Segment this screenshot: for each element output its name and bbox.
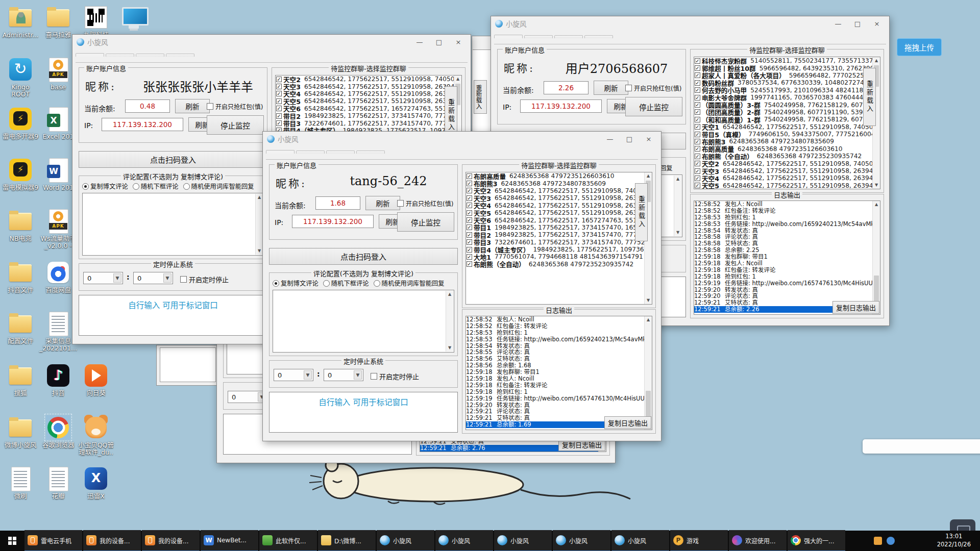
taskbar-item[interactable]: 小旋风 xyxy=(494,530,552,551)
checkbox-checked-icon[interactable] xyxy=(695,117,700,122)
group-chat-row[interactable]: 带目5（真模） 7749606150, 5943375007, 77752160… xyxy=(694,131,880,138)
checkbox-checked-icon[interactable] xyxy=(467,254,472,260)
group-chat-row[interactable]: 布朗熊（全自动） 6248365368 4797235230935742 xyxy=(466,261,652,268)
group-chat-row[interactable]: （和和高质量）1-群 7540249958, 7762158129, 60771… xyxy=(694,116,880,123)
refresh-balance-button[interactable]: 刷新 xyxy=(365,196,400,210)
taskbar-item[interactable]: 我的设备... xyxy=(83,530,141,551)
checkbox-checked-icon[interactable] xyxy=(695,168,700,174)
log-line[interactable]: 12:58:52 发包人: Ncoill xyxy=(694,201,880,208)
stop-monitor-button[interactable]: 停止监控 xyxy=(625,97,682,116)
checkbox-icon[interactable] xyxy=(371,373,377,380)
group-chat-list[interactable]: 科技怪杰宠粉群 5140552811, 7550234177, 73557133… xyxy=(694,57,880,189)
maximize-button[interactable]: □ xyxy=(621,135,638,143)
desktop-icon-image[interactable] xyxy=(8,260,33,285)
tab[interactable] xyxy=(266,150,295,154)
desktop-icon-image[interactable] xyxy=(46,209,70,233)
log-line[interactable]: 12:59:18 发包人: Ncoill xyxy=(694,260,880,267)
start-button[interactable] xyxy=(0,531,24,551)
group-chat-row[interactable]: 天空6 6542846542, 1775622517, 1657274763, … xyxy=(466,216,652,223)
scroll-up-icon[interactable]: ▲ xyxy=(674,176,681,183)
taskbar-item[interactable]: 小旋风 xyxy=(611,530,669,551)
log-scrollbar[interactable]: ▲ ▼ xyxy=(644,316,652,430)
group-chat-row[interactable]: 布朗高质量 6248365368 4797235126603610 xyxy=(466,172,652,180)
log-line[interactable]: 12:58:53 任务链接: http://weibo.com/16592402… xyxy=(466,336,652,343)
desktop-icon-image[interactable] xyxy=(46,57,70,82)
log-line[interactable]: 12:59:19 任务链接: http://weibo.com/16574761… xyxy=(694,280,880,287)
desktop-icon-image[interactable] xyxy=(84,363,108,388)
log-line[interactable]: 12:58:54 转发状态: 真 xyxy=(694,228,880,234)
log-line[interactable]: 12:58:53 抢到红包: 1 xyxy=(466,330,652,336)
window-titlebar[interactable]: 小旋风 — □ × xyxy=(491,16,889,31)
desktop-icon-image[interactable] xyxy=(46,107,70,131)
tab[interactable] xyxy=(296,151,325,154)
balance-field[interactable]: 1.68 xyxy=(315,196,360,210)
group-chat-row[interactable]: 超家人丨真爱粉（各大项目） 5966596482, 7770252553, 64… xyxy=(694,72,880,79)
taskbar-item[interactable]: 强大的一... xyxy=(788,530,845,551)
desktop-icon-image[interactable] xyxy=(8,57,33,82)
desktop-icon-image[interactable] xyxy=(121,5,146,30)
log-line[interactable]: 12:58:56 总余额: 1.68 xyxy=(466,362,652,369)
taskbar-item[interactable]: 欢迎使用... xyxy=(729,530,787,551)
taskbar-item[interactable]: 游戏 xyxy=(670,530,728,551)
desktop-icon-image[interactable] xyxy=(46,363,70,388)
desktop-icon-image[interactable] xyxy=(46,466,70,491)
radio-icon[interactable] xyxy=(133,183,139,190)
only-red-packet-checkbox[interactable]: 开启只抢红包(慎) xyxy=(207,102,263,111)
desktop-icon[interactable]: 小宝贝QQ管 理软件_du.. xyxy=(73,415,119,457)
log-line[interactable]: 12:59:18 红包备注: 转发评论 xyxy=(694,267,880,273)
scroll-up-icon[interactable]: ▲ xyxy=(454,76,461,83)
log-line[interactable]: 12:59:18 发包人: Ncoill xyxy=(466,375,652,382)
group-chat-row[interactable]: 天空3 6542846542, 1775622517, 5512910958, … xyxy=(276,83,461,90)
log-line[interactable]: 12:58:53 任务链接: http://weibo.com/16592402… xyxy=(694,221,880,228)
checkbox-checked-icon[interactable] xyxy=(467,181,472,186)
window-mark-panel[interactable]: 自行输入 可用于标记窗口 xyxy=(79,295,267,336)
log-line[interactable]: 12:59:18 发包群聊: 带目1 xyxy=(694,254,880,260)
minimize-button[interactable]: — xyxy=(411,38,428,46)
checkbox-checked-icon[interactable] xyxy=(695,139,700,144)
group-chat-row[interactable]: 天空3 6542846542, 1775622517, 5512910958, … xyxy=(694,167,880,174)
group-chat-row[interactable]: 天空5 6542846542, 1775622517, 5512910958, … xyxy=(694,182,880,189)
log-line[interactable]: 12:59:20 转发状态: 真 xyxy=(466,402,652,409)
taskbar-item[interactable]: 小旋风 xyxy=(377,530,434,551)
desktop-icon-image[interactable] xyxy=(46,158,70,182)
checkbox-checked-icon[interactable] xyxy=(467,247,472,253)
scroll-down-icon[interactable]: ▼ xyxy=(674,229,681,236)
radio-icon[interactable] xyxy=(323,280,330,287)
stop-monitor-button[interactable]: 停止监控 xyxy=(207,115,264,135)
copy-log-button[interactable]: 复制日志输出 xyxy=(604,416,651,429)
tab[interactable] xyxy=(356,151,385,154)
group-chat-row[interactable]: 天空2 6542846542, 1775622517, 5512910958, … xyxy=(694,160,880,167)
group-chat-row[interactable]: 天空2 6542846542, 1775622517, 5512910958, … xyxy=(466,187,652,194)
desktop-icon-image[interactable] xyxy=(8,466,33,491)
desktop-icon[interactable]: 向日葵 xyxy=(73,363,119,397)
checkbox-checked-icon[interactable] xyxy=(695,183,700,188)
group-chat-row[interactable]: 天空4 6542846542, 1775622517, 5512910958, … xyxy=(466,202,652,209)
checkbox-checked-icon[interactable] xyxy=(695,72,700,78)
checkbox-checked-icon[interactable] xyxy=(276,84,282,89)
scroll-up-icon[interactable]: ▲ xyxy=(446,291,453,298)
tab[interactable] xyxy=(136,54,164,57)
group-chat-row[interactable]: 带目2 1984923825, 1775622517, 3734157470, … xyxy=(466,231,652,238)
enable-timer-checkbox[interactable]: 开启定时停止 xyxy=(180,274,229,284)
checkbox-checked-icon[interactable] xyxy=(695,124,700,130)
radio-icon[interactable] xyxy=(374,280,380,287)
group-chat-row[interactable]: 天空6 6542846542, 1775622517, 1657274763, … xyxy=(276,105,461,112)
group-chat-row[interactable]: （圆圆高质量）3-群 7540249958, 7762158129, 60771… xyxy=(694,101,880,108)
scan-login-button[interactable]: 点击扫码登入 xyxy=(79,151,267,168)
desktop-icon-image[interactable] xyxy=(84,5,108,30)
group-chat-row[interactable]: 天空4 6542846542, 1775622517, 5512910958, … xyxy=(694,174,880,182)
desktop-icon[interactable] xyxy=(111,5,157,32)
minimize-button[interactable]: — xyxy=(830,20,846,28)
log-line[interactable]: 12:58:58 评论状态: 真 xyxy=(694,234,880,240)
radio-icon[interactable] xyxy=(82,183,89,190)
comment-textarea[interactable]: ▲▼ xyxy=(273,290,454,353)
tab[interactable] xyxy=(166,54,194,57)
close-button[interactable]: × xyxy=(869,20,885,28)
checkbox-checked-icon[interactable] xyxy=(695,154,700,159)
tray-icon[interactable] xyxy=(887,537,895,545)
radio-option[interactable]: 随机使用词库智能回复 xyxy=(183,182,254,191)
checkbox-checked-icon[interactable] xyxy=(467,195,472,201)
desktop-icon[interactable]: 迅雷X xyxy=(73,466,119,500)
checkbox-checked-icon[interactable] xyxy=(695,146,700,152)
group-chat-row[interactable]: 天空4 6542846542, 1775622517, 5512910958, … xyxy=(276,90,461,97)
